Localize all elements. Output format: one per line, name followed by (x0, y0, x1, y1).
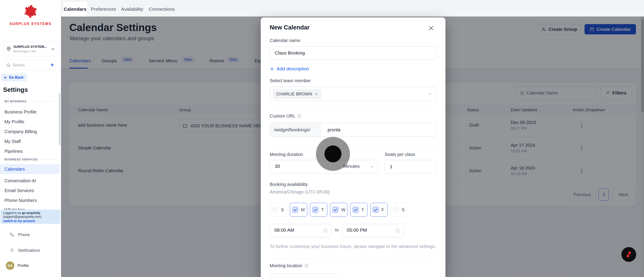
seats-per-class-label: Seats per class (384, 152, 415, 157)
chevron-down-icon (51, 47, 55, 51)
avatar: GA (6, 261, 14, 270)
day-checkbox-tuesday[interactable]: T (310, 203, 327, 217)
top-tab-bar: Calendars Preferences Availability Conne… (61, 0, 644, 16)
team-member-chip: CHARLIE BROWN (273, 89, 321, 99)
brand-name: SURPLUS SYSTEMS (0, 22, 61, 26)
notifications-menu-item[interactable]: Notifications (0, 245, 61, 256)
info-icon (304, 264, 308, 268)
sidebar-item-my-profile[interactable]: My Profile (4, 118, 24, 125)
search-icon (6, 63, 10, 67)
seats-per-class-input[interactable] (385, 160, 436, 173)
day-checkbox-saturday[interactable]: S (390, 203, 408, 217)
logged-in-prefix: Logged in as (3, 211, 21, 215)
sidebar-item-business-profile[interactable]: Business Profile (4, 109, 36, 115)
sidebar-scrollbar-thumb[interactable] (59, 93, 60, 145)
meeting-location-input[interactable] (270, 274, 340, 277)
day-checkbox-wednesday[interactable]: W (330, 203, 348, 217)
brand-swirl-icon (22, 3, 39, 20)
top-tab-calendars[interactable]: Calendars (63, 2, 87, 16)
add-description-link[interactable]: Add description (270, 66, 309, 71)
sidebar-item-my-staff[interactable]: My Staff (4, 138, 21, 145)
location-pin-icon (6, 46, 12, 52)
check-icon (294, 208, 297, 212)
booking-availability-label: Booking availability (270, 182, 308, 187)
chevron-down-icon (370, 165, 374, 169)
divider (270, 147, 436, 147)
divider (270, 109, 436, 110)
timezone-text: America/Chicago (UTC-05:00) (270, 189, 330, 195)
check-icon (374, 208, 378, 212)
url-value[interactable]: prsnla (320, 123, 436, 136)
checkbox (353, 207, 358, 213)
settings-sidebar: SURPLUS SYSTEMS SURPLUS SYSTEM... Bloomi… (0, 0, 61, 277)
plus-icon (270, 67, 274, 71)
sidebar-item-company-billing[interactable]: Company Billing (4, 128, 37, 135)
search-placeholder: Search (12, 63, 24, 67)
checkbox (272, 207, 278, 213)
section-business-services: BUSINESS SERVICES (4, 158, 55, 161)
sidebar-item-phone-numbers[interactable]: Phone Numbers (4, 197, 37, 204)
sidebar-search[interactable]: Search (3, 60, 58, 70)
section-my-business: MY BUSINESS (4, 100, 55, 103)
day-checkbox-thursday[interactable]: T (350, 203, 368, 217)
switch-account-link[interactable]: switch to my account (3, 219, 35, 223)
custom-url-label: Custom URL (270, 113, 302, 119)
sidebar-item-pipelines[interactable]: Pipelines (4, 148, 22, 155)
phone-menu-item[interactable]: Phone (0, 230, 61, 240)
sidebar-item-conversation-ai[interactable]: Conversation AI (4, 177, 36, 184)
sidebar-item-calendars[interactable]: Calendars (0, 164, 60, 174)
settings-heading: Settings (3, 86, 28, 93)
new-calendar-modal: New Calendar Calendar name Add descripti… (261, 17, 446, 277)
check-icon (314, 208, 317, 212)
location-name: SURPLUS SYSTEM... (14, 45, 47, 48)
top-tab-connections[interactable]: Connections (148, 2, 176, 16)
divider (270, 259, 436, 259)
duration-value-input[interactable]: 30 (275, 164, 280, 169)
check-icon (354, 208, 358, 212)
day-checkbox-sunday[interactable]: S (270, 203, 287, 217)
top-tab-preferences[interactable]: Preferences (90, 2, 117, 16)
seats-input-wrap (384, 160, 436, 173)
location-city: Bloomington, MN (14, 50, 36, 53)
meeting-duration-label: Meeting duration (270, 152, 303, 157)
checkbox (312, 207, 318, 213)
top-tab-availability[interactable]: Availability (120, 2, 145, 16)
checkbox (373, 207, 378, 213)
clock-icon (323, 228, 328, 233)
team-member-label: Select team member (270, 78, 311, 83)
lightning-icon (50, 62, 55, 67)
calendar-name-label: Calendar name (270, 38, 300, 43)
go-back-button[interactable]: Go Back (1, 74, 26, 81)
chat-widget-icon (624, 250, 633, 259)
team-member-select[interactable]: CHARLIE BROWN (270, 87, 436, 101)
logged-in-account: go acquirely (22, 211, 40, 215)
time-from-input[interactable]: 08:00 AM (270, 224, 332, 237)
day-checkbox-monday[interactable]: M (290, 203, 307, 217)
meeting-location-label: Meeting location (270, 263, 308, 268)
url-prefix: /widget/bookings/ (270, 123, 320, 136)
calendar-name-input[interactable] (270, 47, 436, 59)
checkbox (292, 207, 298, 213)
arrow-left-icon (4, 76, 8, 79)
check-icon (334, 208, 338, 212)
clock-icon (395, 228, 400, 233)
calendar-name-input-wrap (270, 46, 436, 59)
bell-icon (9, 248, 15, 254)
logged-in-tooltip: Logged in as go acquirely (support@goacq… (0, 210, 60, 224)
chat-widget-button[interactable] (622, 247, 636, 262)
location-switcher[interactable]: SURPLUS SYSTEM... Bloomington, MN (3, 41, 58, 56)
info-icon (297, 114, 302, 118)
day-checkbox-friday[interactable]: F (370, 203, 388, 217)
remove-chip-icon[interactable] (314, 92, 318, 96)
custom-url-input[interactable]: /widget/bookings/ prsnla (270, 123, 436, 137)
sidebar-item-email-services[interactable]: Email Services (4, 187, 34, 194)
checkbox (393, 207, 399, 213)
profile-menu-item[interactable]: GA Profile (0, 261, 61, 271)
time-to-input[interactable]: 05:00 PM (342, 224, 404, 237)
phone-icon (9, 232, 15, 238)
cursor-click-indicator (316, 137, 350, 171)
cursor-dot (324, 145, 342, 162)
modal-title: New Calendar (270, 24, 310, 31)
close-icon[interactable] (428, 25, 434, 31)
logged-in-email: (support@goacquirely.com) (3, 215, 41, 219)
